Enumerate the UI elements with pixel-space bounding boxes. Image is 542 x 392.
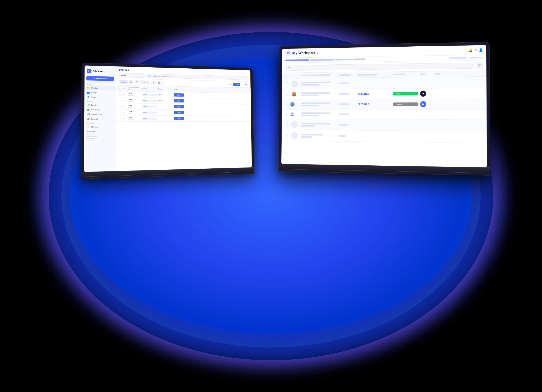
row-open-button[interactable]: Open (174, 105, 184, 108)
grid-view-button[interactable]: ⊞ (129, 80, 134, 84)
col-profile-id: Profile/Shuttle ID (128, 86, 141, 90)
play-button[interactable]: ▶ (420, 101, 426, 107)
sidebar-date: 2030-12-04 (86, 131, 114, 133)
workspace-chevron-icon[interactable]: ∨ (317, 51, 319, 54)
row-open-button[interactable]: Open (173, 93, 184, 97)
workspace-title-left: My Workspace ∨ (285, 50, 319, 56)
refresh-button[interactable]: ↻ (140, 80, 145, 84)
row-open-button[interactable]: Open (173, 99, 184, 102)
filter-tab-4[interactable] (352, 58, 365, 60)
sidebar-item-extensions[interactable]: 🧩 Extensions (84, 107, 116, 112)
filter-tab-right-2 (469, 57, 483, 59)
row-avatar-placeholder (291, 121, 298, 128)
user-avatar-header[interactable]: 👤 (479, 48, 483, 52)
laptop-2-screen: My Workspace ∨ 🔔 ⚙ 👤 (281, 45, 487, 167)
sidebar-item-synchronizer[interactable]: 🔄 Synchronizer (84, 112, 116, 116)
sidebar-browse: Browse profiles (86, 135, 114, 137)
row-extra-empty (435, 136, 448, 137)
columns-button[interactable]: ⊟ (244, 83, 248, 86)
row-checkbox[interactable] (285, 113, 288, 116)
filter-button[interactable]: ▽ (476, 62, 483, 69)
row-avatar-group (292, 92, 300, 97)
group-badge: testabc (142, 105, 157, 108)
share-button[interactable]: ↗ (151, 81, 156, 85)
filter-tab-3[interactable] (335, 59, 352, 60)
row-avatar-placeholder (291, 132, 298, 139)
profiles-main-content: Profiles testabc 🔍 Search or new search … (116, 66, 252, 171)
group-badge: testabc (142, 93, 157, 96)
header-more-button[interactable]: ⋮ (241, 83, 243, 86)
fb-tag: test-fb (158, 94, 173, 96)
delete-button[interactable]: 🗑 (157, 81, 162, 85)
export-button[interactable]: Export (119, 80, 128, 84)
row-status-empty (393, 125, 418, 125)
row-checkbox[interactable] (285, 93, 288, 96)
sidebar-version: 11/2.0 (86, 140, 114, 142)
row-checkbox[interactable] (118, 93, 121, 96)
search-input-display[interactable]: testabc (119, 73, 145, 78)
more-options-button[interactable]: ... (163, 81, 164, 84)
sidebar-profiles-label: Profiles (91, 87, 98, 89)
svg-point-0 (286, 50, 291, 56)
list-view-button[interactable]: ☰ (134, 80, 139, 84)
row-checkbox[interactable] (118, 98, 121, 101)
placeholder-line-2 (301, 136, 312, 137)
sidebar-item-profiles[interactable]: 📁 Profiles (84, 85, 116, 90)
filter-tab-1[interactable] (285, 59, 309, 61)
laptop-1-screen-frame: AdsPower + New Profile Primary 📁 Profile… (81, 62, 255, 179)
logo-icon (87, 68, 92, 73)
table-row (282, 109, 487, 120)
settings-button[interactable]: ⚙ (474, 48, 477, 52)
row-checkbox[interactable] (118, 105, 121, 108)
ip-address-2: 25.25.111.3 (357, 103, 391, 106)
fb-tag: test-d... (158, 99, 173, 102)
filter-tab-2[interactable] (310, 59, 335, 61)
notification-button[interactable]: 🔔 (469, 48, 472, 52)
sidebar-proxies-label: Proxies (91, 104, 98, 106)
search-criteria-area[interactable]: 🔍 Search or new search criteria (146, 74, 248, 80)
laptop-2-screen-frame: My Workspace ∨ 🔔 ⚙ 👤 (278, 42, 490, 176)
status-badge-active: • Active (393, 92, 418, 96)
download-button[interactable]: ⬇ (146, 81, 150, 84)
row-open-button[interactable]: Open (174, 117, 184, 120)
row-checkbox[interactable] (285, 103, 288, 106)
group-badge: testabc (142, 111, 157, 113)
open-button-header[interactable]: Open (233, 83, 240, 86)
row-checkbox[interactable] (285, 123, 287, 126)
sidebar-bottom: 2030-12-04 296/1000 Browse profiles User… (84, 129, 116, 143)
row-avatar-group (291, 111, 299, 117)
profiles-table: ☐ # Profile/Shuttle ID Group Name ↑ Acti… (116, 85, 252, 171)
header-col-status (393, 73, 406, 75)
sidebar-item-trash[interactable]: 🗑 Trash (84, 94, 116, 99)
profile-sub-id: jqh707 (128, 112, 141, 114)
sidebar-item-fb-auto[interactable]: ⚡ FB Auto (84, 124, 116, 129)
header-checkbox[interactable] (285, 74, 288, 77)
row-profile-id-cell: 3461 jqh7a5 (128, 98, 141, 102)
profile-id-text: 3454 (128, 92, 141, 94)
header-icons-area: 🔔 ⚙ 👤 (469, 48, 483, 52)
workspace-search-field[interactable]: 🔍 (285, 62, 474, 71)
row-checkbox[interactable] (285, 134, 287, 137)
sidebar-item-referral[interactable]: 📣 Referral (84, 116, 116, 121)
row-checkbox[interactable] (118, 111, 121, 114)
row-name-cell (301, 92, 338, 96)
sidebar-item-groups[interactable]: 👥 Groups (84, 90, 116, 95)
trash-icon: 🗑 (87, 96, 90, 98)
profile-sub-id: jqh7gr (128, 106, 141, 108)
row-group-placeholder (339, 82, 349, 84)
row-num: 2 (123, 105, 127, 107)
row-checkbox[interactable] (118, 117, 121, 120)
row-checkbox[interactable] (285, 82, 288, 85)
avatar-blue (290, 111, 295, 117)
svg-point-2 (292, 103, 293, 104)
sidebar-item-proxies[interactable]: 🔗 Proxies (84, 103, 116, 107)
avatar-person2 (290, 101, 295, 107)
new-profile-button[interactable]: + New Profile (86, 76, 114, 81)
row-name-cell (301, 112, 337, 116)
group-badge: testabc (142, 117, 157, 120)
placeholder-line-2 (301, 84, 319, 85)
row-open-button[interactable]: Open (174, 111, 184, 114)
laptop-2: My Workspace ∨ 🔔 ⚙ 👤 (278, 42, 490, 176)
stop-button[interactable]: ■ (420, 90, 426, 96)
sidebar-groups-label: Groups (91, 91, 97, 94)
